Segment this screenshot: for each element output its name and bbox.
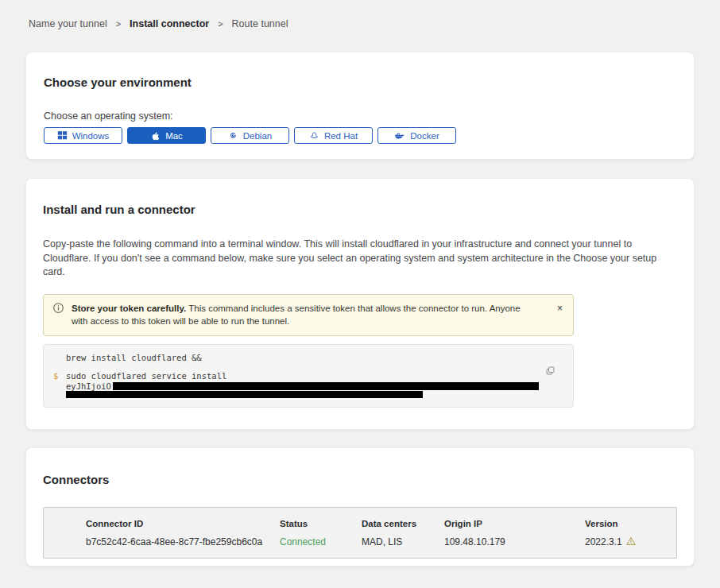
redhat-icon [309, 130, 319, 141]
install-card-title: Install and run a connector [43, 203, 676, 216]
close-icon[interactable]: × [557, 304, 563, 313]
redacted-token-bar-1 [113, 382, 539, 390]
copy-icon[interactable] [545, 366, 555, 378]
token-warning-text: Store your token carefully. This command… [72, 302, 537, 328]
install-description: Copy-paste the following command into a … [43, 238, 674, 280]
version-value: 2022.3.1 [585, 536, 622, 547]
token-warning-banner: Store your token carefully. This command… [43, 294, 574, 336]
os-button-redhat[interactable]: Red Hat [294, 127, 373, 144]
command-line-2-text: sudo cloudflared service install [66, 371, 226, 381]
install-card: Install and run a connector Copy-paste t… [25, 178, 695, 430]
os-button-group: Windows Mac Debian [44, 127, 676, 144]
breadcrumb-separator: > [218, 19, 223, 29]
os-button-mac[interactable]: Mac [127, 127, 206, 144]
docker-icon [394, 130, 405, 141]
install-command-block: brew install cloudflared && $sudo cloudf… [43, 344, 574, 408]
cell-connector-id: b7c52c42-6caa-48ee-8c77-fbe259cb6c0a [86, 536, 280, 548]
windows-icon [57, 130, 68, 141]
shell-prompt: $ [53, 371, 58, 381]
breadcrumb: Name your tunnel > Install connector > R… [0, 0, 720, 29]
command-line-1: brew install cloudflared && [66, 353, 573, 362]
breadcrumb-separator: > [116, 19, 121, 29]
os-button-docker[interactable]: Docker [377, 127, 456, 144]
cell-origin-ip: 109.48.10.179 [444, 536, 585, 548]
status-badge: Connected [280, 536, 362, 548]
header-version: Version [585, 519, 676, 528]
warning-triangle-icon [626, 536, 636, 548]
os-label: Choose an operating system: [44, 110, 676, 122]
apple-icon [150, 130, 161, 141]
connectors-table-header-row: Connector ID Status Data centers Origin … [86, 519, 676, 536]
connectors-card: Connectors Connector ID Status Data cent… [25, 447, 695, 567]
header-status: Status [280, 519, 362, 528]
breadcrumb-name-your-tunnel[interactable]: Name your tunnel [29, 18, 107, 29]
debian-icon [228, 130, 238, 141]
os-button-label: Red Hat [324, 131, 358, 141]
table-row: b7c52c42-6caa-48ee-8c77-fbe259cb6c0a Con… [86, 536, 676, 548]
cell-data-centers: MAD, LIS [362, 536, 444, 548]
os-button-windows[interactable]: Windows [44, 127, 122, 144]
connectors-card-title: Connectors [43, 473, 677, 486]
os-button-debian[interactable]: Debian [211, 127, 289, 144]
breadcrumb-route-tunnel[interactable]: Route tunnel [232, 18, 288, 29]
token-warning-bold: Store your token carefully. [72, 304, 186, 313]
os-button-label: Docker [410, 131, 439, 141]
token-line: eyJhIjoiO [66, 381, 573, 391]
header-origin-ip: Origin IP [444, 519, 585, 528]
cell-version: 2022.3.1 [585, 536, 676, 548]
info-icon [52, 302, 64, 328]
os-button-label: Mac [165, 131, 183, 141]
header-connector-id: Connector ID [86, 519, 280, 528]
command-line-2: $sudo cloudflared service install [66, 371, 573, 381]
connectors-table: Connector ID Status Data centers Origin … [43, 507, 677, 559]
os-button-label: Debian [243, 131, 272, 141]
redacted-token-bar-2 [66, 391, 423, 398]
environment-card: Choose your environment Choose an operat… [25, 52, 695, 160]
breadcrumb-install-connector[interactable]: Install connector [130, 18, 209, 29]
header-data-centers: Data centers [362, 519, 444, 528]
environment-card-title: Choose your environment [44, 75, 676, 89]
os-button-label: Windows [72, 131, 110, 141]
token-prefix: eyJhIjoiO [66, 381, 111, 391]
